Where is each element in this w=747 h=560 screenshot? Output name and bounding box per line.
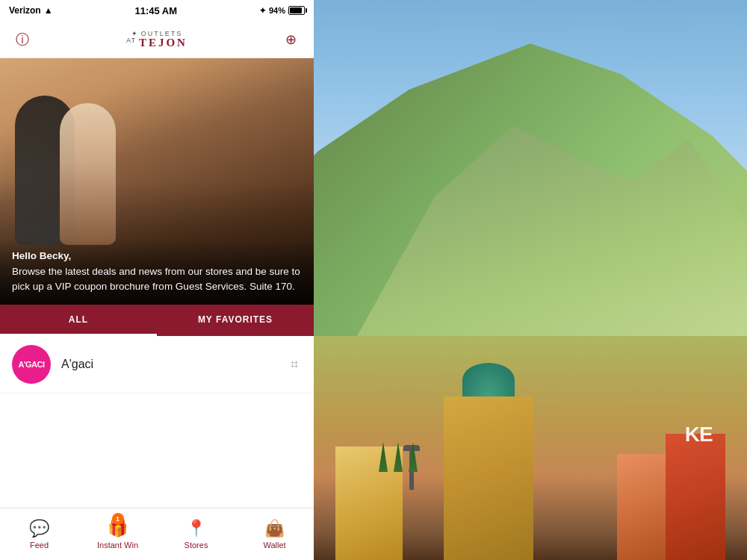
nav-stores[interactable]: 📍 Stores	[157, 508, 235, 560]
hero-message: Browse the latest deals and news from ou…	[12, 266, 300, 292]
bookmark-icon[interactable]: ⌗	[287, 357, 302, 373]
building-sign: KE	[685, 423, 713, 447]
wallet-icon: 👜	[264, 519, 285, 538]
status-time: 11:45 AM	[134, 5, 177, 16]
nav-wallet[interactable]: 👜 Wallet	[235, 508, 314, 560]
nav-feed[interactable]: 💬 Feed	[0, 508, 78, 560]
info-icon[interactable]: ⓘ	[12, 29, 33, 50]
bluetooth-icon: ✦	[259, 6, 266, 16]
store-name: A'gaci	[61, 358, 276, 371]
app-logo: ✦ OUTLETS AT TEJON	[126, 31, 187, 49]
store-list: A'GACI A'gaci ⌗	[0, 336, 314, 508]
nav-instant-win[interactable]: 1 🎁 Instant Win	[78, 508, 157, 560]
tree-1	[379, 442, 388, 472]
hero-text: Hello Becky, Browse the latest deals and…	[0, 240, 314, 305]
store-item[interactable]: A'GACI A'gaci ⌗	[0, 336, 314, 393]
buildings-area: KE	[314, 308, 747, 561]
status-bar: Verizon ▲ 11:45 AM ✦ 94%	[0, 0, 314, 21]
right-building-2	[617, 454, 669, 560]
feed-icon: 💬	[29, 519, 49, 538]
instant-win-badge: 1	[112, 513, 124, 525]
search-icon[interactable]: ⊕	[281, 29, 302, 50]
tab-my-favorites[interactable]: MY FAVORITES	[157, 305, 314, 336]
stores-icon: 📍	[186, 519, 206, 538]
instant-win-label: Instant Win	[97, 541, 138, 550]
wallet-label: Wallet	[263, 541, 285, 550]
status-right: ✦ 94%	[259, 6, 305, 16]
app-panel: Verizon ▲ 11:45 AM ✦ 94% ⓘ ✦ OUTLETS AT …	[0, 0, 314, 560]
feed-label: Feed	[30, 541, 49, 550]
main-building	[444, 396, 533, 560]
trees	[379, 442, 418, 472]
app-header: ⓘ ✦ OUTLETS AT TEJON ⊕	[0, 21, 314, 58]
tree-3	[409, 442, 418, 472]
battery-text: 94%	[269, 6, 285, 15]
hero-greeting: Hello Becky,	[12, 250, 71, 261]
status-left: Verizon ▲	[9, 5, 53, 16]
right-building	[666, 434, 725, 560]
content-tabs: ALL MY FAVORITES	[0, 305, 314, 336]
stores-label: Stores	[185, 541, 208, 550]
bottom-navigation: 💬 Feed 1 🎁 Instant Win 📍 Stores 👜 Wallet	[0, 508, 314, 560]
tab-all[interactable]: ALL	[0, 305, 157, 336]
outdoor-photo: KE	[314, 0, 747, 560]
tree-2	[394, 442, 403, 472]
wifi-icon: ▲	[44, 5, 53, 16]
hero-banner: Hello Becky, Browse the latest deals and…	[0, 58, 314, 305]
carrier-text: Verizon	[9, 5, 41, 16]
logo-at-tejon: AT TEJON	[126, 37, 187, 49]
store-avatar: A'GACI	[12, 345, 51, 384]
dome-building	[462, 363, 515, 396]
battery-icon	[288, 6, 305, 15]
